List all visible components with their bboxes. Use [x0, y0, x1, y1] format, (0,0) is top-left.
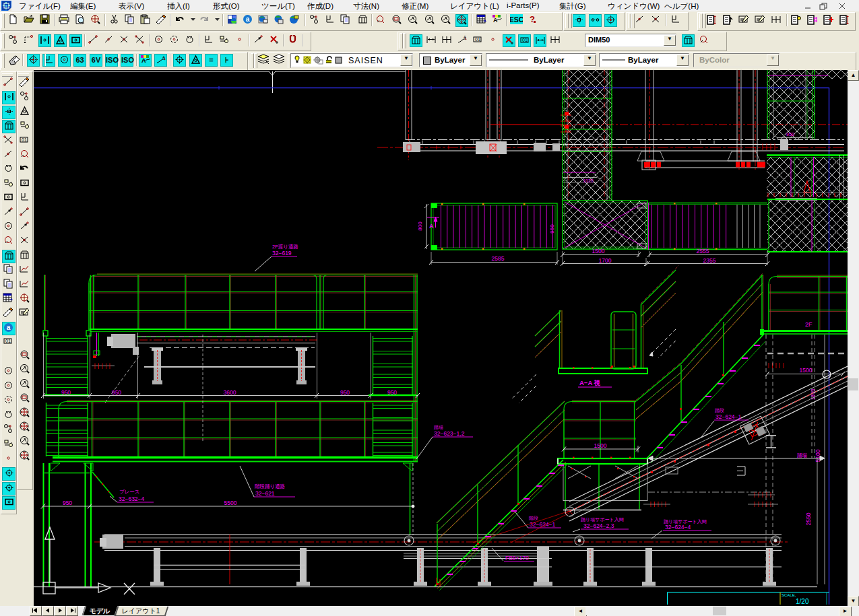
- svg-text:2355: 2355: [703, 257, 716, 264]
- svg-text:2550: 2550: [805, 512, 812, 525]
- svg-text:FB9×170: FB9×170: [505, 555, 529, 561]
- svg-text:950: 950: [549, 224, 555, 234]
- svg-text:1020: 1020: [583, 178, 594, 183]
- svg-text:950: 950: [63, 500, 72, 506]
- svg-text:階段踊り通路: 階段踊り通路: [255, 483, 285, 489]
- svg-text:5500: 5500: [224, 500, 237, 506]
- svg-text:32−624−4: 32−624−4: [665, 524, 691, 531]
- svg-text:32−624−1: 32−624−1: [715, 413, 742, 420]
- svg-text:A−A 視: A−A 視: [579, 379, 601, 386]
- svg-text:2555: 2555: [697, 248, 709, 254]
- svg-text:950: 950: [61, 389, 71, 396]
- svg-text:1500: 1500: [800, 367, 813, 374]
- svg-text:2585: 2585: [492, 255, 505, 262]
- svg-text:01: 01: [522, 38, 528, 42]
- svg-text:1/20: 1/20: [796, 598, 809, 605]
- svg-text:2F: 2F: [805, 321, 813, 328]
- svg-text:950: 950: [112, 389, 121, 396]
- svg-text:階段: 階段: [529, 516, 538, 521]
- svg-text:01: 01: [475, 37, 480, 42]
- svg-text:3600: 3600: [224, 389, 236, 396]
- svg-text:32−619: 32−619: [272, 250, 292, 256]
- svg-text:A: A: [141, 57, 146, 64]
- svg-text:SCALE,: SCALE,: [782, 593, 796, 597]
- svg-text:950: 950: [786, 131, 795, 137]
- svg-text:01: 01: [5, 339, 11, 343]
- svg-text:踊場: 踊場: [797, 452, 808, 458]
- svg-text:1500: 1500: [594, 442, 607, 449]
- svg-text:32−624−2,3: 32−624−2,3: [583, 522, 614, 529]
- svg-text:32−623−1,2: 32−623−1,2: [434, 430, 465, 437]
- svg-text:a: a: [7, 324, 11, 331]
- svg-text:1700: 1700: [599, 257, 612, 264]
- svg-text:1500: 1500: [592, 248, 605, 254]
- svg-text:a: a: [245, 15, 249, 23]
- svg-text:踏場: 踏場: [434, 425, 443, 430]
- svg-text:A: A: [464, 35, 466, 39]
- svg-text:ブレース: ブレース: [119, 489, 140, 495]
- svg-text:950: 950: [340, 389, 350, 396]
- svg-text:A: A: [429, 223, 434, 230]
- svg-text:32−621: 32−621: [255, 490, 275, 497]
- svg-text:A: A: [162, 55, 165, 59]
- svg-text:ESC: ESC: [510, 15, 523, 24]
- svg-text:32−632−4: 32−632−4: [119, 495, 145, 502]
- svg-text:踊り場サポート入間: 踊り場サポート入間: [581, 517, 624, 522]
- svg-text:A: A: [493, 17, 498, 24]
- svg-text:800: 800: [417, 221, 423, 231]
- svg-text:01: 01: [22, 137, 27, 142]
- svg-text:踏段: 踏段: [715, 408, 724, 413]
